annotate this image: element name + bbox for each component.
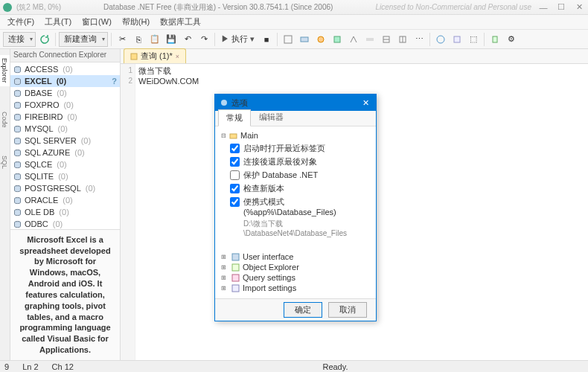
option-update[interactable]: 检查新版本 [230, 183, 370, 194]
stop-icon[interactable]: ■ [259, 32, 274, 47]
status-line: 9 [4, 362, 9, 371]
db-item-sqlite[interactable]: SQLITE(0) [10, 170, 120, 182]
database-icon [13, 65, 22, 74]
refresh-icon[interactable] [37, 32, 52, 47]
section-ui[interactable]: ⊞User interface [221, 252, 370, 261]
redo-icon[interactable]: ↷ [196, 32, 211, 47]
paste-icon[interactable]: 📋 [147, 32, 162, 47]
tool-icon-9[interactable]: ⋯ [412, 32, 426, 47]
svg-rect-10 [454, 36, 460, 42]
db-item-sql-server[interactable]: SQL SERVER(0) [10, 135, 120, 147]
tool-icon-1[interactable] [281, 32, 295, 47]
tool-icon-7[interactable] [379, 32, 394, 47]
database-icon [13, 161, 22, 169]
option-startup[interactable]: 启动时打开最近标签页 [230, 143, 370, 154]
database-icon [13, 149, 22, 157]
query-settings-icon [231, 274, 240, 282]
db-item-ole-db[interactable]: OLE DB(0) [10, 206, 120, 218]
section-main[interactable]: ⊟Main [221, 131, 370, 140]
db-item-foxpro[interactable]: FOXPRO(0) [10, 99, 120, 111]
new-query-button[interactable]: 新建查询 [59, 32, 108, 47]
svg-rect-0 [284, 36, 292, 43]
svg-point-9 [437, 36, 444, 43]
ok-button[interactable]: 确定 [284, 302, 322, 318]
db-item-dbase[interactable]: DBASE(0) [10, 87, 120, 99]
dialog-titlebar[interactable]: 选项 ✕ [215, 94, 376, 111]
tool-icon-6[interactable] [362, 32, 377, 47]
tool-icon-10[interactable] [433, 32, 448, 47]
menu-help[interactable]: 帮助(H) [118, 15, 154, 29]
folder-icon [229, 132, 237, 140]
section-query[interactable]: ⊞Query settings [221, 273, 370, 282]
menu-tools[interactable]: 工具(T) [40, 15, 76, 29]
db-item-mysql[interactable]: MYSQL(0) [10, 123, 120, 135]
tool-icon-11[interactable] [450, 32, 464, 47]
svg-rect-40 [232, 285, 239, 292]
sidetab-explorer[interactable]: Explorer [0, 55, 10, 86]
svg-rect-36 [230, 134, 237, 138]
copy-icon[interactable]: ⎘ [131, 32, 146, 47]
dialog-buttons: 确定 取消 [215, 298, 376, 321]
connect-dropdown[interactable]: 连接 [3, 32, 36, 47]
database-icon [13, 208, 22, 217]
db-item-excel[interactable]: EXCEL(0)? [10, 75, 120, 87]
svg-rect-11 [493, 36, 497, 42]
db-item-oracle[interactable]: ORACLE(0) [10, 194, 120, 206]
menu-dbtools[interactable]: 数据库工具 [156, 15, 205, 29]
tool-icon-3[interactable] [313, 32, 328, 47]
ui-icon [231, 253, 240, 261]
cut-icon[interactable]: ✂ [115, 32, 130, 47]
menu-file[interactable]: 文件(F) [3, 15, 39, 29]
tool-icon-4[interactable] [330, 32, 345, 47]
svg-rect-1 [301, 37, 308, 42]
tool-icon-8[interactable] [395, 32, 410, 47]
status-ln: Ln 2 [22, 362, 38, 371]
db-item-sql-azure[interactable]: SQL AZURE(0) [10, 147, 120, 158]
database-icon [13, 173, 22, 181]
section-object-explorer[interactable]: ⊞Object Explorer [221, 263, 370, 272]
database-icon [13, 113, 22, 121]
database-icon [13, 137, 22, 145]
db-item-firebird[interactable]: FIREBIRD(0) [10, 111, 120, 123]
database-icon [13, 185, 22, 193]
tool-icon-12[interactable]: ⬚ [466, 32, 481, 47]
dialog-close-button[interactable]: ✕ [359, 97, 371, 109]
tab-close-icon[interactable]: × [176, 53, 179, 60]
db-item-postgresql[interactable]: POSTGRESQL(0) [10, 182, 120, 194]
tab-query[interactable]: 查询 (1)* × [124, 48, 186, 63]
option-protect[interactable]: 保护 Database .NET [230, 170, 370, 181]
app-icon [3, 3, 12, 12]
db-item-access[interactable]: ACCESS(0) [10, 63, 120, 75]
sidetab-code[interactable]: Code [0, 109, 10, 131]
menubar: 文件(F) 工具(T) 窗口(W) 帮助(H) 数据库工具 [0, 15, 588, 30]
db-item-sqlce[interactable]: SQLCE(0) [10, 158, 120, 170]
minimize-button[interactable]: — [537, 2, 549, 13]
status-ready: Ready. [322, 362, 348, 371]
cancel-button[interactable]: 取消 [328, 302, 367, 318]
option-portable[interactable]: 便携式模式 (%app%\Database_Files) [230, 196, 370, 217]
database-icon [13, 196, 22, 205]
section-import[interactable]: ⊞Import settings [221, 283, 370, 292]
line-gutter: 12 [121, 64, 135, 360]
tool-icon-2[interactable] [297, 32, 312, 47]
close-button[interactable]: ✕ [573, 2, 585, 13]
portable-path: D:\微当下载\DatabaseNet4\Database_Files [243, 219, 370, 237]
undo-icon[interactable]: ↶ [180, 32, 195, 47]
settings-icon[interactable]: ⚙ [504, 32, 519, 47]
db-item-odbc[interactable]: ODBC(0) [10, 218, 120, 229]
dialog-tab-general[interactable]: 常规 [218, 109, 251, 126]
tool-icon-13[interactable] [488, 32, 502, 47]
execute-label: ▶ 执行 ▾ [218, 33, 258, 45]
option-restore[interactable]: 连接後還原最後对象 [230, 156, 370, 167]
import-icon [231, 284, 240, 292]
toolbar: 连接 新建查询 ✂ ⎘ 📋 💾 ↶ ↷ ▶ 执行 ▾ ■ ⋯ ⬚ ⚙ [0, 30, 588, 49]
sidetab-sql[interactable]: SQL [0, 153, 10, 172]
dialog-tab-editor[interactable]: 编辑器 [251, 109, 292, 126]
database-icon [13, 89, 22, 97]
menu-window[interactable]: 窗口(W) [77, 15, 116, 29]
maximize-button[interactable]: ☐ [555, 2, 567, 13]
svg-rect-4 [366, 38, 374, 41]
save-icon[interactable]: 💾 [164, 32, 179, 47]
tool-icon-5[interactable] [346, 32, 361, 47]
memory-indicator: (筑2 MB, 0%) [16, 2, 61, 13]
